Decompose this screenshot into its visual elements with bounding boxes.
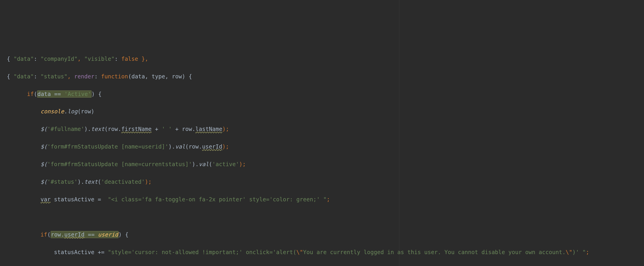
selection-highlight: data == 'Active'	[37, 91, 92, 98]
code-line[interactable]: console.log(row)	[0, 107, 644, 116]
method-text: text	[91, 126, 104, 132]
code-line[interactable]: $('#status').text('deactivated');	[0, 178, 644, 186]
escape-char: \"	[296, 249, 303, 255]
keyword-function: function	[101, 73, 128, 80]
property-userId: userId	[202, 143, 222, 150]
code-line[interactable]: { "data": "companyId", "visible": false …	[0, 55, 644, 63]
selection-highlight: row.userId == userid	[51, 231, 118, 238]
brace-open: {	[7, 56, 14, 62]
jquery-selector: '#status'	[47, 178, 78, 185]
keyword-var: var	[40, 196, 51, 203]
identifier-userid: userid	[98, 231, 118, 238]
code-line[interactable]: $('form#frmStatusUpdate [name=currentsta…	[0, 160, 644, 169]
jquery-selector: 'form#frmStatusUpdate [name=currentstatu…	[47, 161, 192, 167]
code-line[interactable]: var statusActive = "<i class='fa fa-togg…	[0, 195, 644, 204]
string-html: "<i class='fa fa-toggle-on fa-2x pointer…	[108, 196, 327, 203]
key-data: "data"	[14, 56, 34, 62]
value-status: "status"	[40, 73, 68, 80]
method-val: val	[175, 143, 185, 150]
blank-line[interactable]	[0, 213, 644, 221]
jquery-selector: 'form#frmStatusUpdate [name=userid]'	[47, 143, 168, 150]
method-text: text	[84, 178, 98, 185]
method-val: val	[199, 161, 209, 167]
keyword-if: if	[27, 91, 34, 97]
string-literal: "style='cursor: not-allowed !important;'…	[108, 249, 296, 255]
keyword-if: if	[40, 231, 48, 238]
code-line[interactable]: $('#fullname').text(row.firstName + ' ' …	[0, 125, 644, 133]
key-data: "data"	[14, 73, 34, 80]
value-companyId: "companyId"	[40, 56, 78, 62]
jquery-selector: '#fullname'	[47, 126, 84, 132]
identifier-statusActive: statusActive	[54, 196, 94, 203]
code-line[interactable]: $('form#frmStatusUpdate [name=userid]').…	[0, 142, 644, 151]
code-line[interactable]: if(row.userId == userid) {	[0, 230, 644, 239]
method-log: log	[68, 108, 78, 115]
key-visible: "visible"	[84, 56, 114, 62]
property-firstName: firstName	[122, 126, 152, 132]
key-render: render	[74, 73, 94, 80]
code-line[interactable]: { "data": "status", render: function(dat…	[0, 72, 644, 81]
identifier-console: console	[40, 108, 64, 115]
code-line[interactable]: statusActive += "style='cursor: not-allo…	[0, 248, 644, 257]
keyword-false: false	[122, 56, 138, 62]
escape-char: \"	[566, 249, 572, 255]
property-userId: userId	[64, 231, 85, 238]
code-line[interactable]: if(data == 'Active') {	[0, 90, 644, 99]
property-lastName: lastName	[195, 126, 222, 132]
